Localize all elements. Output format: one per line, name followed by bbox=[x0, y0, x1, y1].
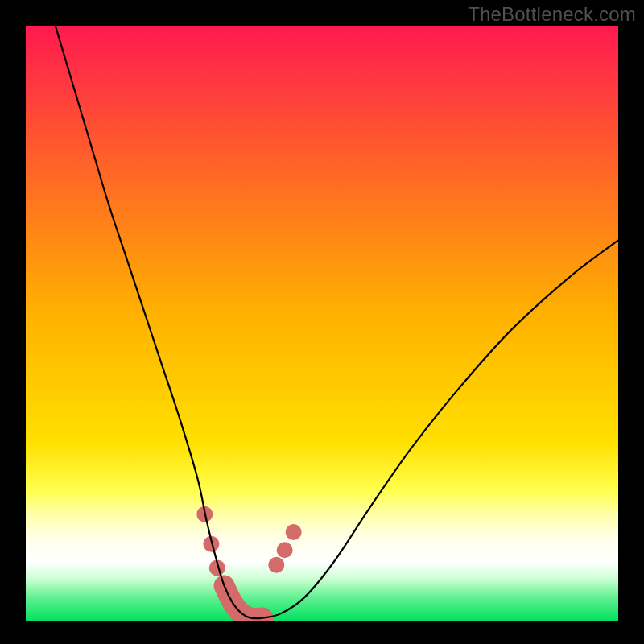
highlight-dot bbox=[286, 524, 302, 540]
highlight-dot bbox=[268, 557, 284, 573]
bottleneck-chart bbox=[0, 0, 644, 644]
gradient-background bbox=[26, 26, 618, 621]
highlight-dot bbox=[277, 542, 293, 558]
watermark-text: TheBottleneck.com bbox=[468, 3, 636, 26]
chart-frame: TheBottleneck.com bbox=[0, 0, 644, 644]
